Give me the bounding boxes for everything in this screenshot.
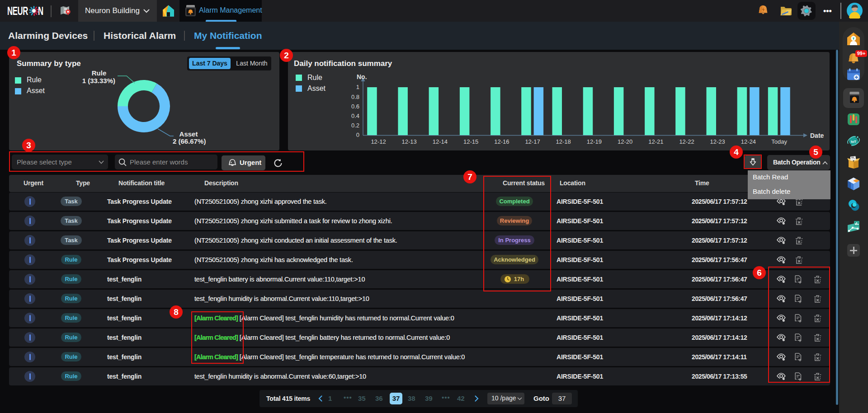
svg-text:0.8: 0.8 [351,94,359,100]
svg-text:12-23: 12-23 [710,138,725,145]
svg-text:0.2: 0.2 [351,122,359,129]
svg-text:12-15: 12-15 [463,138,478,145]
svg-text:12-20: 12-20 [618,138,632,145]
svg-text:12-21: 12-21 [648,138,663,145]
svg-text:12-14: 12-14 [433,138,448,145]
svg-text:0: 0 [356,131,359,138]
svg-text:12-24: 12-24 [741,138,756,145]
svg-text:0.6: 0.6 [351,103,359,110]
svg-text:Date: Date [810,132,824,139]
svg-text:12-12: 12-12 [371,138,386,145]
svg-text:12-22: 12-22 [679,138,694,145]
svg-text:12-17: 12-17 [525,138,540,145]
svg-text:Today: Today [771,138,787,145]
svg-text:12-18: 12-18 [556,138,571,145]
svg-text:1: 1 [356,84,359,90]
svg-text:0.4: 0.4 [351,113,359,119]
svg-text:12-19: 12-19 [587,138,602,145]
svg-text:12-16: 12-16 [494,138,509,145]
svg-text:No.: No. [357,73,367,80]
svg-text:IoT: IoT [851,140,856,144]
svg-text:12-13: 12-13 [402,138,417,145]
